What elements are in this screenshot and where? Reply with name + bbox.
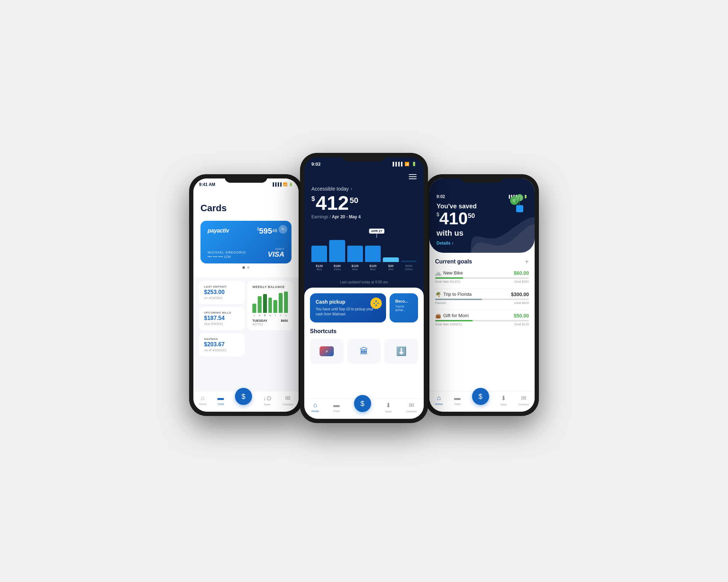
left-phone: 9:41 AM ▐▐▐▐ 📶 🔋 Cards — [189, 174, 303, 416]
bar-fri — [279, 293, 283, 313]
shortcut-bank[interactable]: 🏛 — [347, 339, 381, 364]
weekly-date: 4/27/21 — [252, 322, 267, 326]
right-nav-connect[interactable]: ✉ Connect — [518, 394, 529, 406]
cash-pickup-card[interactable]: Cash pickup You have until Sep 10 to pic… — [310, 293, 386, 322]
right-bottom-nav: ⌂ Home ▬ Card $ ⬇ Save ✉ Connect — [429, 391, 535, 412]
cbl-6: $000 XXhrs — [401, 264, 417, 271]
center-save-icon: ⬇ — [386, 401, 391, 409]
center-bottom-nav: ⌂ Home ▬ Card $ ⬇ Save ✉ Connect — [304, 398, 424, 419]
center-nav-save[interactable]: ⬇ Save — [385, 401, 392, 413]
goal-bike-track — [435, 277, 529, 279]
center-bar-6 — [401, 261, 417, 262]
label-thu: T — [273, 314, 277, 317]
center-wifi-icon: 📶 — [405, 162, 410, 166]
nav-save[interactable]: ↓⊙ Save — [263, 394, 272, 406]
goal-florida: 🌴 Trip to Florida $300.00 Paused Goal $6… — [435, 292, 529, 305]
right-phone: 9:02 ▐▐▐▐ 📶 🔋 — [425, 174, 539, 416]
card-refresh-icon[interactable]: ↻ — [279, 225, 287, 234]
left-phone-notch — [225, 174, 267, 183]
center-phone: 9:02 ▐▐▐▐ 📶 🔋 Accessible tod — [300, 153, 428, 423]
right-notch — [461, 174, 503, 183]
svg-rect-10 — [516, 205, 523, 212]
left-status-icons: ▐▐▐▐ 📶 🔋 — [272, 182, 293, 186]
cbl-2: $180 15hrs — [329, 264, 345, 271]
card-dots — [200, 263, 291, 272]
weekly-footer: TUESDAY 4/27/21 $650 — [252, 319, 288, 326]
goal-florida-row: 🌴 Trip to Florida $300.00 — [435, 292, 529, 297]
goal-florida-status: Paused — [435, 301, 446, 305]
card-number: •••• •••• •••• 1234 — [208, 255, 246, 258]
center-home-icon: ⌂ — [313, 401, 317, 409]
card-amount: $59548 — [257, 226, 277, 236]
center-connect-icon: ✉ — [409, 401, 414, 409]
cash-pickup-text: You have until Sep 10 to pickup your cas… — [316, 307, 380, 317]
right-nav-save[interactable]: ⬇ Save — [500, 394, 507, 406]
right-nav-home[interactable]: ⌂ Home — [435, 394, 443, 406]
plant-decoration — [509, 189, 530, 215]
shortcuts-section: Shortcuts p 🏛 ⬇️ — [310, 328, 418, 364]
hamburger-menu[interactable] — [409, 174, 417, 179]
nav-connect[interactable]: ✉ Connect — [283, 394, 293, 406]
bar-sun — [252, 304, 256, 313]
details-label: Details — [437, 241, 450, 246]
nav-card[interactable]: ▬ Card — [218, 394, 224, 406]
cbl-4: $120 8hrs — [365, 264, 381, 271]
bar-wed — [268, 298, 272, 313]
center-nav-card[interactable]: ▬ Card — [333, 401, 340, 413]
goal-mom-meta: Goal date 10/06/21 Goal $125 — [435, 322, 529, 326]
goal-bike-meta: Goal date 9/14/21 Goal $200 — [435, 280, 529, 283]
goal-florida-amount: $300.00 — [511, 292, 529, 297]
savings-card: SAVINGS $203.67 As of 4/19/2021 — [199, 333, 245, 356]
shortcut-payactiv-icon: p — [320, 346, 334, 356]
right-top-section: 9:02 ▐▐▐▐ 📶 🔋 — [429, 178, 535, 253]
bar-sat — [284, 292, 288, 313]
center-nav-connect[interactable]: ✉ Connect — [406, 401, 417, 413]
right-nav-card[interactable]: ▬ Card — [454, 394, 461, 406]
goal-mom: 👜 Gift for Mom $50.00 Goal date 10/06/21… — [435, 313, 529, 326]
accessible-section: Accessible today › $ 412 50 Earnings / A… — [304, 168, 424, 226]
label-wed: W — [268, 314, 272, 317]
hamburger-line-1 — [409, 174, 417, 175]
svg-rect-4 — [373, 303, 375, 304]
card-info: MICHAEL GREGORIO •••• •••• •••• 1234 DEB… — [208, 248, 284, 258]
updated-text: Last updated today at 8:00 am — [304, 277, 424, 288]
goal-florida-meta: Paused Goal $600 — [435, 301, 529, 305]
bar-chart-section: APR 27 — [304, 226, 424, 277]
save-icon: ↓⊙ — [263, 394, 272, 402]
dot-1[interactable] — [242, 266, 245, 269]
accessible-label: Accessible today › — [311, 186, 417, 192]
nav-home[interactable]: ⌂ Home — [199, 394, 206, 406]
stats-grid: LAST DEPOSIT $253.00 on 4/19/2021 WEEKLY… — [193, 277, 299, 360]
right-nav-fab[interactable]: $ — [472, 388, 489, 405]
goal-florida-name: 🌴 Trip to Florida — [435, 292, 472, 297]
wave-decoration — [471, 217, 535, 253]
goal-mom-date: Goal date 10/06/21 — [435, 322, 462, 326]
beco-text: You're achie... — [395, 305, 412, 312]
upcoming-bills-card: UPCOMING BILLS $187.54 Due 5/3/2021 — [199, 307, 245, 330]
beco-card[interactable]: Beco... You're achie... — [390, 293, 418, 322]
chart-tooltip: APR 27 — [369, 229, 385, 238]
center-nav-fab[interactable]: $ — [354, 395, 371, 412]
walmart-icon — [370, 298, 382, 309]
beco-title: Beco... — [395, 299, 412, 303]
cbl-3: $120 8hrs — [347, 264, 363, 271]
cbl-1: $120 8hrs — [311, 264, 327, 271]
center-nav-home[interactable]: ⌂ Home — [311, 401, 319, 413]
accessible-arrow[interactable]: › — [351, 186, 352, 191]
weekly-balance-title: WEEKLY BALANCE — [252, 285, 288, 289]
card-carousel[interactable]: payactiv $59548 ↻ MICHAEL GREGORIO •••• … — [193, 217, 299, 277]
shortcut-payactiv[interactable]: p — [310, 339, 344, 364]
right-phone-screen: 9:02 ▐▐▐▐ 📶 🔋 — [429, 178, 535, 412]
payactiv-card[interactable]: payactiv $59548 ↻ MICHAEL GREGORIO •••• … — [200, 221, 291, 263]
dot-2[interactable] — [247, 266, 250, 269]
label-sat: S — [284, 314, 288, 317]
nav-fab-dollar[interactable]: $ — [235, 388, 252, 405]
center-status-icons: ▐▐▐▐ 📶 🔋 — [391, 162, 417, 166]
add-goal-button[interactable]: + — [525, 258, 529, 266]
tooltip-label: APR 27 — [369, 229, 385, 234]
earnings-label: Earnings / Apr 20 - May 4 — [311, 214, 417, 219]
shortcuts-title: Shortcuts — [310, 328, 418, 335]
goal-bike-icon: 🚲 — [435, 270, 441, 276]
goal-bike-name: 🚲 New Bike — [435, 270, 463, 276]
shortcut-transfer[interactable]: ⬇️ — [384, 339, 418, 364]
